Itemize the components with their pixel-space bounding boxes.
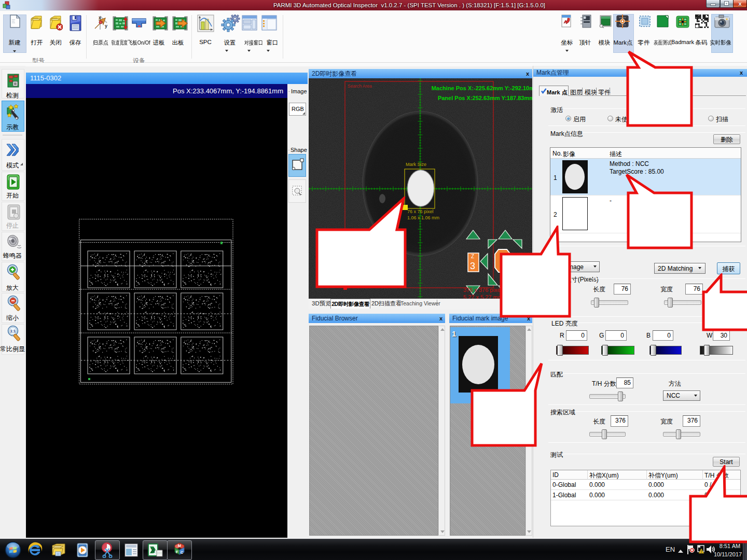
svg-text:Search Area: Search Area xyxy=(348,83,372,89)
svg-text:C: C xyxy=(181,551,183,554)
svg-text:1.06 x 1.06 mm: 1.06 x 1.06 mm xyxy=(407,215,439,220)
svg-text:X: X xyxy=(150,547,155,554)
svg-text:Machine Pos X:-225.62mm Y:-292: Machine Pos X:-225.62mm Y:-292.10m xyxy=(432,85,532,91)
svg-text:M: M xyxy=(178,544,181,548)
svg-text:Mark Size: Mark Size xyxy=(406,162,426,167)
svg-text:3: 3 xyxy=(470,261,475,271)
svg-text:F: F xyxy=(176,550,178,554)
svg-text:Z: Z xyxy=(471,254,474,259)
svg-text:376 x 376 pixel: 376 x 376 pixel xyxy=(463,287,502,293)
svg-text:Panel Pos X:252.63mm Y:187.83m: Panel Pos X:252.63mm Y:187.83mm xyxy=(438,95,532,101)
svg-text:y: y xyxy=(105,23,107,29)
svg-text:1:1: 1:1 xyxy=(10,329,16,333)
svg-text:!: ! xyxy=(701,550,702,553)
svg-text:76 x 76 pixel: 76 x 76 pixel xyxy=(407,209,434,214)
